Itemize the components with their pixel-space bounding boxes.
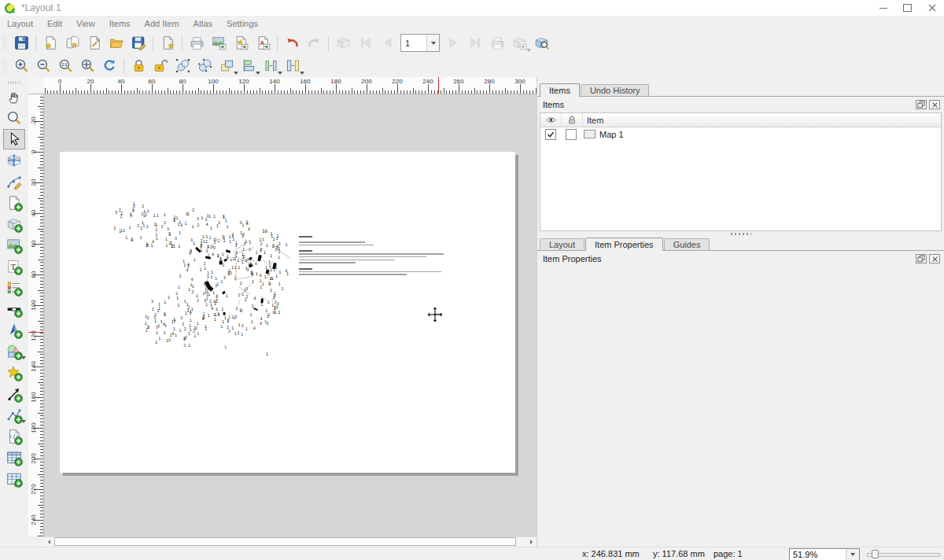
add-scalebar-tool[interactable]	[3, 299, 25, 319]
atlas-settings-button[interactable]	[531, 33, 551, 53]
visibility-column-eye-icon	[540, 113, 562, 127]
menu-atlas[interactable]: Atlas	[186, 16, 219, 31]
add-page-tool[interactable]	[3, 193, 25, 213]
add-shape-tool[interactable]	[3, 341, 25, 362]
toolbar-separator	[328, 35, 329, 51]
tab-undo-history[interactable]: Undo History	[581, 84, 650, 96]
close-panel-icon[interactable]	[929, 254, 940, 263]
menu-bar: LayoutEditViewItemsAdd ItemAtlasSettings	[0, 16, 944, 31]
maximize-button[interactable]	[895, 0, 920, 16]
table-row[interactable]: Map 1	[540, 127, 941, 142]
close-panel-icon[interactable]	[929, 100, 940, 109]
add-fixed-table-tool[interactable]	[3, 469, 25, 489]
pan-tool[interactable]	[3, 87, 25, 107]
qgis-logo-icon	[4, 2, 16, 14]
toolbar-grip[interactable]	[3, 35, 6, 51]
tab-layout[interactable]: Layout	[540, 238, 584, 250]
export-as-pdf-button[interactable]: A	[253, 33, 273, 53]
print-layout-button[interactable]	[186, 33, 207, 53]
zoom-slider-handle[interactable]	[872, 550, 879, 558]
duplicate-layout-button[interactable]	[62, 33, 83, 53]
zoom-slider[interactable]	[867, 549, 940, 559]
menu-items[interactable]: Items	[102, 16, 138, 31]
close-button[interactable]	[920, 0, 944, 16]
minimize-button[interactable]	[871, 0, 895, 16]
select-move-item-tool[interactable]	[3, 129, 25, 149]
layout-manager-button[interactable]	[84, 33, 105, 53]
item-properties-titlebar: Item Properties	[537, 251, 944, 266]
save-project-button[interactable]	[11, 33, 31, 53]
items-list: Item Map 1	[540, 112, 942, 231]
save-as-template-button[interactable]	[128, 33, 149, 53]
add-picture-tool[interactable]	[3, 235, 25, 256]
text-notes-item[interactable]	[299, 235, 448, 277]
tab-items[interactable]: Items	[540, 83, 580, 97]
add-arrow-tool[interactable]	[3, 384, 25, 404]
distribute-items-button[interactable]	[260, 56, 281, 76]
zoom-full-button[interactable]	[77, 56, 98, 76]
new-layout-button[interactable]	[40, 33, 61, 53]
add-html-tool[interactable]	[3, 426, 25, 447]
zoom-actual-button[interactable]: 1:1	[55, 56, 76, 76]
item-label: Map 1	[599, 130, 624, 139]
add-items-from-template-button[interactable]	[106, 33, 127, 53]
tab-guides[interactable]: Guides	[664, 238, 710, 250]
move-item-content-tool[interactable]	[3, 150, 25, 171]
item-visibility-checkbox[interactable]	[545, 129, 556, 140]
add-legend-tool[interactable]	[3, 278, 25, 298]
items-list-header: Item	[540, 113, 941, 127]
canvas-viewport[interactable]: 16 1413212133111211124121411111114211111…	[44, 94, 537, 536]
menu-view[interactable]: View	[69, 16, 102, 31]
dropdown-indicator-icon	[21, 420, 26, 423]
align-selected-items-button[interactable]	[238, 56, 259, 76]
add-map-tool[interactable]	[3, 214, 25, 234]
toolbox-grip[interactable]	[8, 81, 20, 84]
map-item[interactable]: 16 1413212133111211124121411111114211111…	[109, 199, 291, 361]
edit-nodes-item-tool[interactable]	[3, 171, 25, 192]
item-lock-checkbox[interactable]	[566, 129, 577, 140]
menu-add-item[interactable]: Add Item	[138, 16, 186, 31]
zoom-combo-dropdown-icon[interactable]	[846, 549, 859, 560]
previous-feature-button	[377, 33, 397, 53]
scroll-right-button[interactable]	[526, 537, 537, 547]
scrollbar-thumb[interactable]	[54, 537, 516, 546]
add-marker-tool[interactable]	[3, 363, 25, 383]
float-panel-icon[interactable]	[916, 254, 927, 263]
add-node-item-tool[interactable]	[3, 405, 25, 426]
raise-selected-items-button[interactable]	[216, 56, 237, 76]
export-as-image-button[interactable]	[208, 33, 229, 53]
float-panel-icon[interactable]	[916, 100, 927, 109]
ungroup-items-button[interactable]	[194, 56, 215, 76]
atlas-feature-combo[interactable]: 1	[400, 34, 440, 52]
add-north-arrow-tool[interactable]	[3, 320, 25, 341]
item-properties-dock: Item Properties	[537, 251, 944, 266]
export-as-svg-button[interactable]	[230, 33, 251, 53]
dropdown-indicator-icon	[21, 356, 26, 359]
map-item-icon	[584, 130, 596, 140]
zoom-level-combo[interactable]: 51.9%	[789, 548, 860, 560]
horizontal-scrollbar[interactable]	[44, 536, 537, 547]
undo-button[interactable]	[282, 33, 302, 53]
add-pages-button[interactable]	[157, 33, 178, 53]
unlock-all-button[interactable]	[150, 56, 171, 76]
tab-item-properties[interactable]: Item Properties	[585, 238, 663, 251]
zoom-out-button[interactable]	[33, 56, 53, 76]
lock-selected-items-button[interactable]	[128, 56, 149, 76]
menu-layout[interactable]: Layout	[0, 16, 40, 31]
zoom-in-button[interactable]	[11, 56, 31, 76]
layout-page: 16 1413212133111211124121411111114211111…	[60, 152, 515, 473]
menu-edit[interactable]: Edit	[40, 16, 69, 31]
group-items-button[interactable]	[172, 56, 193, 76]
toolbox: T	[0, 77, 28, 547]
combo-dropdown-icon[interactable]	[426, 35, 439, 51]
zoom-level-value: 51.9%	[790, 550, 846, 559]
add-attribute-table-tool[interactable]	[3, 448, 25, 468]
zoom-tool[interactable]	[3, 108, 25, 128]
scroll-left-button[interactable]	[44, 537, 54, 547]
dropdown-indicator-icon	[300, 72, 304, 75]
menu-settings[interactable]: Settings	[219, 16, 265, 31]
add-label-tool[interactable]: T	[3, 256, 25, 277]
resize-items-button[interactable]	[282, 56, 303, 76]
refresh-view-button[interactable]	[99, 56, 120, 76]
toolbar-grip[interactable]	[3, 58, 6, 74]
